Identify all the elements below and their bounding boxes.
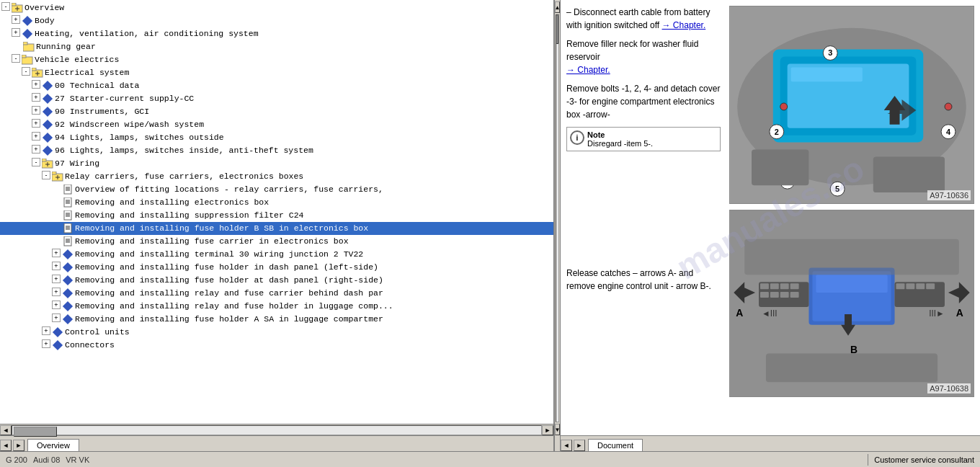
- running-label: Running gear: [36, 41, 96, 53]
- expand-fuse-right[interactable]: +: [52, 275, 61, 283]
- expand-fuse-asa[interactable]: +: [52, 313, 61, 322]
- note-box: i Note Disregard -item 5-.: [566, 127, 721, 151]
- svg-rect-9: [32, 68, 36, 71]
- svg-rect-68: [816, 275, 887, 293]
- expand-fuse-left[interactable]: +: [52, 262, 61, 270]
- scroll-right[interactable]: ►: [542, 425, 553, 435]
- label-90: 90 Instruments, GCI: [55, 106, 149, 117]
- tree-item-suppression[interactable]: Removing and installing suppression filt…: [0, 209, 553, 222]
- expand-00[interactable]: +: [32, 80, 40, 89]
- tree-container[interactable]: - Overview + Body + Heating,: [0, 0, 553, 424]
- expand-electrical[interactable]: -: [22, 67, 30, 76]
- doc-suppression: [62, 210, 74, 221]
- expand-body[interactable]: +: [12, 15, 20, 24]
- tree-item-27[interactable]: + 27 Starter-current supply-CC: [0, 92, 553, 105]
- electrical-label: Electrical system: [45, 67, 129, 79]
- right-nav-next[interactable]: ►: [574, 440, 585, 451]
- tree-item-overview-fitting[interactable]: Overview of fitting locations - relay ca…: [0, 183, 553, 196]
- expand-connectors[interactable]: +: [42, 339, 50, 348]
- expand-27[interactable]: +: [32, 93, 40, 102]
- scroll-up[interactable]: ▲: [555, 1, 560, 13]
- diamond-relay-dash: [62, 288, 74, 299]
- expand-overview[interactable]: -: [1, 2, 10, 11]
- svg-text:A: A: [956, 307, 963, 319]
- label-control: Control units: [65, 326, 130, 338]
- tree-item-fuse-carrier[interactable]: Removing and installing fuse carrier in …: [0, 235, 553, 248]
- svg-rect-80: [906, 283, 914, 289]
- tab-overview[interactable]: Overview: [27, 439, 79, 451]
- expand-electrics[interactable]: -: [12, 54, 20, 63]
- v-scroll-thumb[interactable]: [556, 15, 558, 44]
- left-nav-next[interactable]: ►: [13, 440, 24, 451]
- label-terminal30: Removing and installing terminal 30 wiri…: [75, 249, 363, 260]
- tree-item-control[interactable]: + Control units: [0, 326, 553, 339]
- label-relay-luggage: Removing and installing relay and fuse h…: [75, 301, 393, 312]
- tree-item-electrics[interactable]: - Vehicle electrics: [0, 53, 553, 66]
- tree-item-relay-luggage[interactable]: + Removing and installing relay and fuse…: [0, 300, 553, 313]
- h-scrollbar[interactable]: ◄ ►: [0, 424, 553, 435]
- step1-link[interactable]: → Chapter.: [566, 65, 610, 75]
- expand-92[interactable]: +: [32, 119, 40, 128]
- right-nav-prev[interactable]: ◄: [561, 440, 572, 451]
- svg-text:2: 2: [775, 128, 779, 136]
- svg-rect-75: [770, 292, 779, 298]
- tree-item-90[interactable]: + 90 Instruments, GCI: [0, 105, 553, 118]
- tree-item-electrical-system[interactable]: - Electrical system: [0, 66, 553, 79]
- bottom-status-bar: G 200 Audi 08 VR VK Customer service con…: [0, 451, 980, 467]
- doc-fuse-sb: [62, 223, 74, 234]
- step1-text: Remove filler neck for washer fluid rese…: [566, 37, 721, 76]
- tree-item-body[interactable]: + Body: [0, 14, 553, 27]
- tree-item-96[interactable]: + 96 Lights, lamps, switches inside, ant…: [0, 144, 553, 157]
- svg-rect-72: [780, 283, 789, 289]
- doc-left: – Disconnect earth cable from battery wi…: [566, 6, 721, 430]
- svg-rect-1: [12, 3, 16, 6]
- tree-item-fuse-left[interactable]: + Removing and installing fuse holder in…: [0, 261, 553, 274]
- folder-running: [23, 41, 35, 53]
- expand-relay-luggage[interactable]: +: [52, 301, 61, 309]
- label-fuse-sb: Removing and installing fuse holder B SB…: [75, 223, 368, 234]
- svg-rect-82: [926, 283, 935, 289]
- tree-item-heating[interactable]: + Heating, ventilation, air conditioning…: [0, 27, 553, 40]
- expand-97[interactable]: -: [32, 158, 40, 166]
- expand-relay-dash[interactable]: +: [52, 288, 61, 296]
- tree-item-fuse-sb[interactable]: Removing and installing fuse holder B SB…: [0, 222, 553, 235]
- doc-area: manuales.co – Disconnect earth cable fro…: [561, 0, 980, 435]
- expand-control[interactable]: +: [42, 326, 50, 335]
- tree-item-running[interactable]: Running gear: [0, 40, 553, 53]
- right-panel: manuales.co – Disconnect earth cable fro…: [561, 0, 980, 451]
- step2-text: Remove bolts -1, 2, 4- and detach cover …: [566, 82, 721, 121]
- tree-item-relay-dash[interactable]: + Removing and installing relay and fuse…: [0, 287, 553, 300]
- expand-94[interactable]: +: [32, 132, 40, 141]
- expand-90[interactable]: +: [32, 106, 40, 115]
- tree-item-overview[interactable]: - Overview: [0, 1, 553, 14]
- scroll-thumb-h[interactable]: [14, 427, 57, 437]
- expand-96[interactable]: +: [32, 145, 40, 154]
- tree-item-00[interactable]: + 00 Technical data: [0, 79, 553, 92]
- diamond-fuse-left: [62, 262, 74, 273]
- left-nav-prev[interactable]: ◄: [0, 440, 12, 451]
- intro-text: – Disconnect earth cable from battery wi…: [566, 6, 721, 32]
- tree-item-terminal30[interactable]: + Removing and installing terminal 30 wi…: [0, 248, 553, 261]
- scroll-left[interactable]: ◄: [0, 425, 12, 435]
- tree-item-fuse-asa[interactable]: + Removing and installing fuse holder A …: [0, 313, 553, 326]
- intro-link[interactable]: → Chapter.: [662, 20, 706, 30]
- tree-item-fuse-right[interactable]: + Removing and installing fuse holder at…: [0, 274, 553, 287]
- svg-text:4: 4: [946, 128, 950, 136]
- tree-item-removing-elec[interactable]: Removing and installing electronics box: [0, 196, 553, 209]
- tree-item-connectors[interactable]: + Connectors: [0, 339, 553, 352]
- expand-heating[interactable]: +: [12, 28, 20, 37]
- status-more-info: VR VK: [66, 455, 89, 464]
- tree-item-97[interactable]: - 97 Wiring: [0, 157, 553, 170]
- tree-item-94[interactable]: + 94 Lights, lamps, switches outside: [0, 131, 553, 144]
- scroll-down[interactable]: ▼: [555, 424, 560, 435]
- label-00: 00 Technical data: [55, 80, 139, 92]
- expand-relay[interactable]: -: [42, 171, 50, 179]
- step1-content: Remove filler neck for washer fluid rese…: [566, 39, 698, 62]
- tree-item-92[interactable]: + 92 Windscreen wipe/wash system: [0, 118, 553, 131]
- doc-fuse-carrier: [62, 236, 74, 247]
- expand-terminal30[interactable]: +: [52, 249, 61, 257]
- svg-rect-63: [873, 156, 945, 192]
- tab-document[interactable]: Document: [588, 439, 643, 451]
- tree-item-relay[interactable]: - Relay carriers, fuse carriers, electro…: [0, 170, 553, 183]
- svg-text:◄III: ◄III: [762, 308, 778, 319]
